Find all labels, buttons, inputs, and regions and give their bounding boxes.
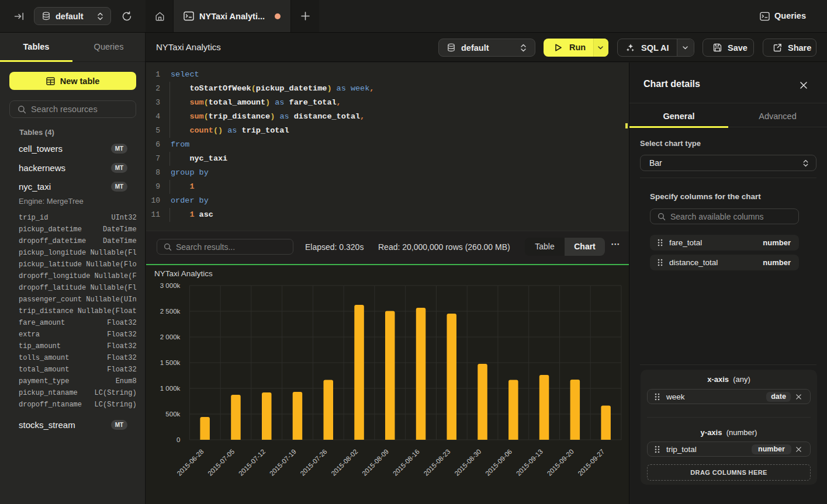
svg-text:2015-09-06: 2015-09-06 [484,448,513,477]
svg-text:2015-08-02: 2015-08-02 [330,448,359,477]
svg-text:500k: 500k [165,411,180,418]
svg-text:2015-08-16: 2015-08-16 [392,448,421,477]
svg-text:2015-06-28: 2015-06-28 [176,448,205,477]
svg-text:2015-08-23: 2015-08-23 [423,448,452,477]
svg-text:0: 0 [177,436,180,443]
svg-text:2015-07-05: 2015-07-05 [206,448,236,477]
svg-text:3 000k: 3 000k [160,282,181,289]
svg-text:2 000k: 2 000k [160,333,181,340]
svg-text:2 500k: 2 500k [160,308,181,315]
svg-text:2015-07-12: 2015-07-12 [237,448,267,477]
svg-text:2015-08-09: 2015-08-09 [361,448,390,477]
svg-text:1 000k: 1 000k [160,385,181,392]
svg-text:2015-07-26: 2015-07-26 [299,448,328,477]
svg-text:1 500k: 1 500k [160,359,181,366]
svg-text:2015-08-30: 2015-08-30 [453,448,482,477]
svg-text:2015-09-20: 2015-09-20 [546,448,575,477]
svg-text:2015-09-27: 2015-09-27 [576,448,605,477]
svg-text:2015-09-13: 2015-09-13 [515,448,544,477]
svg-text:2015-07-19: 2015-07-19 [268,448,297,477]
